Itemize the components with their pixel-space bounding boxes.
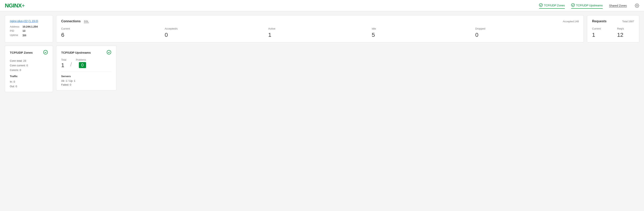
requests-total-value: 1687 bbox=[628, 20, 634, 23]
server-uptime-row: Uptime 1m bbox=[10, 34, 48, 37]
server-link[interactable]: nginx-plus-r22 (1.19.0) bbox=[10, 20, 48, 23]
connections-header: Connections SSL Accepted:148 bbox=[61, 20, 579, 23]
tcp-udp-zones-card: TCP/UDP Zones Conn total: 23 Conn curren… bbox=[5, 46, 53, 92]
ssl-link[interactable]: SSL bbox=[84, 20, 89, 23]
traffic-out-value: 0 bbox=[16, 85, 17, 88]
metric-current-value: 6 bbox=[61, 32, 165, 38]
upstreams-header: TCP/UDP Upstreams bbox=[61, 50, 111, 55]
conn-total-label: Conn total: bbox=[10, 59, 22, 62]
servers-all: All: 1 / Up: 1 bbox=[61, 79, 111, 82]
connections-title: Connections bbox=[61, 20, 81, 23]
nav-tcp-udp-upstreams[interactable]: TCP/UDP Upstreams bbox=[571, 3, 603, 9]
check-circle-icon-zones bbox=[539, 3, 543, 8]
uptime-value: 1m bbox=[22, 34, 26, 37]
accepted-label: Accepted: bbox=[563, 20, 574, 23]
traffic-in-row: In: 0 bbox=[10, 80, 48, 83]
upstreams-totals: Total 1 / Problems 0 bbox=[61, 59, 111, 69]
svg-point-0 bbox=[539, 4, 542, 7]
logo-plus: + bbox=[22, 3, 25, 9]
connections-metrics: Current 6 Accepted/s 0 Active 1 Idle 5 D… bbox=[61, 27, 579, 38]
metric-dropped-value: 0 bbox=[475, 32, 579, 38]
traffic-in-value: 0 bbox=[14, 80, 15, 83]
requests-title: Requests bbox=[592, 20, 606, 23]
metric-idle-label: Idle bbox=[372, 27, 475, 30]
logo: NGINX+ bbox=[5, 3, 25, 9]
metric-idle-value: 5 bbox=[372, 32, 475, 38]
settings-button[interactable] bbox=[635, 4, 639, 8]
conn-s-value: 0 bbox=[20, 69, 21, 72]
svg-point-3 bbox=[44, 50, 48, 54]
metric-idle: Idle 5 bbox=[372, 27, 475, 38]
nav-tcp-udp-upstreams-label: TCP/UDP Upstreams bbox=[576, 4, 603, 7]
total-col: Total 1 bbox=[61, 59, 66, 69]
traffic-out-label: Out: bbox=[10, 85, 15, 88]
zones-title: TCP/UDP Zones bbox=[10, 51, 33, 54]
zones-metrics: Conn total: 23 Conn current: 0 Conn/s: 0… bbox=[10, 59, 48, 88]
server-pid-row: PID 13 bbox=[10, 29, 48, 32]
check-circle-icon-upstreams-card bbox=[106, 50, 111, 55]
server-info-card: nginx-plus-r22 (1.19.0) Address 10.244.1… bbox=[5, 15, 53, 42]
accepted-value: 148 bbox=[574, 20, 579, 23]
requests-card: Requests Total:1687 Current 1 Req/s 12 bbox=[587, 15, 639, 42]
requests-req-s: Req/s 12 bbox=[617, 27, 634, 38]
pid-value: 13 bbox=[22, 29, 25, 32]
zones-header: TCP/UDP Zones bbox=[10, 50, 48, 55]
svg-point-1 bbox=[571, 4, 574, 7]
metric-dropped: Dropped 0 bbox=[475, 27, 579, 38]
check-circle-icon-upstreams bbox=[571, 3, 575, 8]
check-circle-icon-zones-card bbox=[43, 50, 48, 55]
metric-active-value: 1 bbox=[268, 32, 372, 38]
metric-current: Current 6 bbox=[61, 27, 165, 38]
svg-point-2 bbox=[636, 5, 638, 6]
nav-shared-zones[interactable]: Shared Zones bbox=[609, 4, 627, 7]
server-address-row: Address 10.244.1.254 bbox=[10, 25, 48, 28]
top-row: nginx-plus-r22 (1.19.0) Address 10.244.1… bbox=[5, 15, 639, 42]
traffic-label: Traffic bbox=[10, 75, 48, 78]
requests-total: Total:1687 bbox=[622, 20, 634, 23]
metric-accepted-s-value: 0 bbox=[165, 32, 268, 38]
traffic-out-row: Out: 0 bbox=[10, 85, 48, 88]
problems-label: Problems bbox=[76, 59, 86, 61]
conn-current-value: 0 bbox=[26, 64, 28, 67]
conn-total-value: 23 bbox=[23, 59, 26, 62]
problems-badge: 0 bbox=[79, 62, 86, 68]
servers-title: Servers bbox=[61, 75, 111, 78]
svg-point-4 bbox=[107, 50, 111, 54]
nav-tcp-udp-zones[interactable]: TCP/UDP Zones bbox=[539, 3, 565, 9]
connections-card: Connections SSL Accepted:148 Current 6 A… bbox=[56, 15, 584, 42]
requests-current-label: Current bbox=[592, 27, 609, 30]
logo-text: NGINX bbox=[5, 3, 22, 9]
requests-req-s-label: Req/s bbox=[617, 27, 634, 30]
traffic-in-label: In: bbox=[10, 80, 13, 83]
main-content: nginx-plus-r22 (1.19.0) Address 10.244.1… bbox=[0, 11, 644, 96]
main-nav: TCP/UDP Zones TCP/UDP Upstreams Shared Z… bbox=[539, 3, 639, 9]
metric-active: Active 1 bbox=[268, 27, 372, 38]
conn-total-row: Conn total: 23 bbox=[10, 59, 48, 62]
address-value: 10.244.1.254 bbox=[22, 25, 38, 28]
nav-tcp-udp-zones-label: TCP/UDP Zones bbox=[544, 4, 565, 7]
requests-req-s-value: 12 bbox=[617, 32, 634, 38]
connections-accepted: Accepted:148 bbox=[563, 20, 579, 23]
servers-section: Servers All: 1 / Up: 1 Failed: 0 bbox=[61, 72, 111, 86]
bottom-row: TCP/UDP Zones Conn total: 23 Conn curren… bbox=[5, 46, 639, 92]
servers-failed: Failed: 0 bbox=[61, 83, 111, 86]
upstreams-title: TCP/UDP Upstreams bbox=[61, 51, 91, 54]
conn-s-label: Conn/s: bbox=[10, 69, 19, 72]
servers-info: All: 1 / Up: 1 Failed: 0 bbox=[61, 79, 111, 86]
requests-header: Requests Total:1687 bbox=[592, 20, 634, 23]
metric-active-label: Active bbox=[268, 27, 372, 30]
metric-dropped-label: Dropped bbox=[475, 27, 579, 30]
metric-current-label: Current bbox=[61, 27, 165, 30]
requests-current: Current 1 bbox=[592, 27, 609, 38]
conn-s-row: Conn/s: 0 bbox=[10, 69, 48, 72]
address-label: Address bbox=[10, 25, 21, 28]
total-value: 1 bbox=[61, 62, 66, 69]
conn-current-row: Conn current: 0 bbox=[10, 64, 48, 67]
pid-label: PID bbox=[10, 29, 21, 32]
requests-current-value: 1 bbox=[592, 32, 609, 38]
metric-accepted-s: Accepted/s 0 bbox=[165, 27, 268, 38]
problems-col: Problems 0 bbox=[76, 59, 86, 69]
requests-metrics: Current 1 Req/s 12 bbox=[592, 27, 634, 38]
conn-current-label: Conn current: bbox=[10, 64, 26, 67]
header: NGINX+ TCP/UDP Zones TCP/UDP Upstreams S… bbox=[0, 0, 644, 11]
